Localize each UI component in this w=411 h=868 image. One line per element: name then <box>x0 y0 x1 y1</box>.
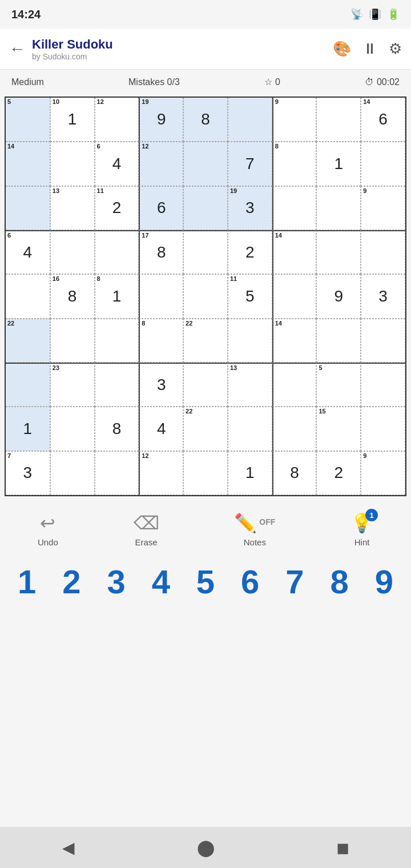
numpad-btn-2[interactable]: 2 <box>54 565 88 598</box>
cell-r2-c6[interactable] <box>272 186 317 230</box>
cell-r0-c8[interactable]: 146 <box>361 98 405 142</box>
cell-r7-c5[interactable] <box>228 407 272 451</box>
cell-r7-c0[interactable]: 1 <box>6 407 50 451</box>
cell-r4-c2[interactable]: 81 <box>95 274 139 318</box>
cell-r3-c6[interactable]: 14 <box>272 230 317 274</box>
cell-r2-c7[interactable] <box>316 186 361 230</box>
cell-r6-c6[interactable] <box>272 363 317 407</box>
cell-r5-c2[interactable] <box>95 319 139 363</box>
cell-r8-c7[interactable]: 2 <box>316 451 361 495</box>
cell-r1-c4[interactable] <box>183 142 228 186</box>
cell-r8-c8[interactable]: 9 <box>361 451 405 495</box>
cell-r5-c5[interactable] <box>228 319 272 363</box>
cell-r6-c1[interactable]: 23 <box>50 363 95 407</box>
settings-icon[interactable]: ⚙ <box>389 40 402 58</box>
cell-r1-c5[interactable]: 7 <box>228 142 272 186</box>
cell-r6-c8[interactable] <box>361 363 405 407</box>
cell-r7-c8[interactable] <box>361 407 405 451</box>
cell-r7-c4[interactable]: 22 <box>183 407 228 451</box>
cell-r4-c4[interactable] <box>183 274 228 318</box>
cell-r7-c3[interactable]: 4 <box>139 407 183 451</box>
cell-r6-c2[interactable] <box>95 363 139 407</box>
cell-r7-c6[interactable] <box>272 407 317 451</box>
cell-r4-c7[interactable]: 9 <box>316 274 361 318</box>
cell-r2-c4[interactable] <box>183 186 228 230</box>
cell-r5-c0[interactable]: 22 <box>6 319 50 363</box>
notes-button[interactable]: ✏️ OFF Notes <box>234 512 275 547</box>
nav-back-button[interactable]: ◀ <box>51 838 86 857</box>
cell-r7-c1[interactable] <box>50 407 95 451</box>
cell-r3-c0[interactable]: 64 <box>6 230 50 274</box>
numpad-btn-4[interactable]: 4 <box>144 565 178 598</box>
nav-home-button[interactable]: ⬤ <box>188 838 223 857</box>
cell-r7-c7[interactable]: 15 <box>316 407 361 451</box>
cell-r4-c3[interactable] <box>139 274 183 318</box>
cell-r1-c2[interactable]: 64 <box>95 142 139 186</box>
cell-r5-c8[interactable] <box>361 319 405 363</box>
cell-r6-c5[interactable]: 13 <box>228 363 272 407</box>
cell-r0-c4[interactable]: 8 <box>183 98 228 142</box>
cell-r7-c2[interactable]: 8 <box>95 407 139 451</box>
cell-r1-c1[interactable] <box>50 142 95 186</box>
pause-icon[interactable]: ⏸ <box>362 40 377 58</box>
cell-r8-c0[interactable]: 73 <box>6 451 50 495</box>
numpad-btn-9[interactable]: 9 <box>367 565 401 598</box>
cell-r1-c8[interactable] <box>361 142 405 186</box>
cell-r3-c3[interactable]: 178 <box>139 230 183 274</box>
cell-r2-c5[interactable]: 193 <box>228 186 272 230</box>
numpad-btn-7[interactable]: 7 <box>277 565 312 598</box>
nav-recent-button[interactable]: ◼ <box>325 838 360 857</box>
palette-icon[interactable]: 🎨 <box>333 40 351 58</box>
erase-button[interactable]: ⌫ Erase <box>134 512 159 547</box>
cell-r4-c1[interactable]: 168 <box>50 274 95 318</box>
cell-r2-c3[interactable]: 6 <box>139 186 183 230</box>
cell-r0-c2[interactable]: 12 <box>95 98 139 142</box>
cell-r5-c4[interactable]: 22 <box>183 319 228 363</box>
cell-r8-c5[interactable]: 1 <box>228 451 272 495</box>
cell-r8-c2[interactable] <box>95 451 139 495</box>
sudoku-board[interactable]: 5101121998914614641278113112619396417821… <box>5 97 406 496</box>
cell-r4-c0[interactable] <box>6 274 50 318</box>
cell-r3-c2[interactable] <box>95 230 139 274</box>
cell-r2-c0[interactable] <box>6 186 50 230</box>
cell-r1-c3[interactable]: 12 <box>139 142 183 186</box>
cell-r6-c3[interactable]: 3 <box>139 363 183 407</box>
numpad-btn-1[interactable]: 1 <box>10 565 44 598</box>
cell-r1-c0[interactable]: 14 <box>6 142 50 186</box>
cell-r8-c6[interactable]: 8 <box>272 451 317 495</box>
cell-r1-c7[interactable]: 1 <box>316 142 361 186</box>
cell-r8-c3[interactable]: 12 <box>139 451 183 495</box>
cell-r3-c4[interactable] <box>183 230 228 274</box>
cell-r5-c7[interactable] <box>316 319 361 363</box>
cell-r2-c2[interactable]: 112 <box>95 186 139 230</box>
cell-r3-c5[interactable]: 2 <box>228 230 272 274</box>
cell-r8-c4[interactable] <box>183 451 228 495</box>
cell-r0-c1[interactable]: 101 <box>50 98 95 142</box>
cell-r3-c8[interactable] <box>361 230 405 274</box>
back-button[interactable]: ← <box>9 40 25 58</box>
cell-r0-c7[interactable] <box>316 98 361 142</box>
cell-r3-c7[interactable] <box>316 230 361 274</box>
cell-r1-c6[interactable]: 8 <box>272 142 317 186</box>
numpad-btn-3[interactable]: 3 <box>99 565 134 598</box>
cell-r0-c5[interactable] <box>228 98 272 142</box>
cell-r0-c6[interactable]: 9 <box>272 98 317 142</box>
cell-r5-c6[interactable]: 14 <box>272 319 317 363</box>
cell-r2-c8[interactable]: 9 <box>361 186 405 230</box>
undo-button[interactable]: ↩ Undo <box>38 512 58 547</box>
hint-button[interactable]: 💡 1 Hint <box>350 512 373 547</box>
cell-r0-c3[interactable]: 199 <box>139 98 183 142</box>
cell-r5-c1[interactable] <box>50 319 95 363</box>
cell-r6-c7[interactable]: 5 <box>316 363 361 407</box>
cell-r2-c1[interactable]: 13 <box>50 186 95 230</box>
numpad-btn-6[interactable]: 6 <box>233 565 267 598</box>
numpad-btn-5[interactable]: 5 <box>188 565 223 598</box>
cell-r4-c5[interactable]: 115 <box>228 274 272 318</box>
numpad-btn-8[interactable]: 8 <box>323 565 357 598</box>
cell-r6-c4[interactable] <box>183 363 228 407</box>
cell-r6-c0[interactable] <box>6 363 50 407</box>
cell-r5-c3[interactable]: 8 <box>139 319 183 363</box>
cell-r0-c0[interactable]: 5 <box>6 98 50 142</box>
cell-r4-c6[interactable] <box>272 274 317 318</box>
cell-r3-c1[interactable] <box>50 230 95 274</box>
